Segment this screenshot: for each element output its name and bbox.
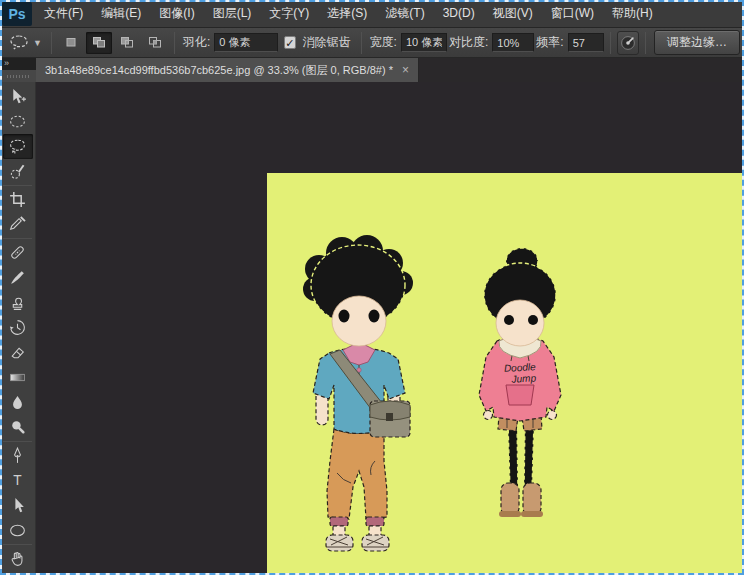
menu-item[interactable]: 窗口(W): [542, 0, 603, 27]
photoshop-window: Ps 文件(F)编辑(E)图像(I)图层(L)文字(Y)选择(S)滤镜(T)3D…: [0, 0, 744, 575]
crop-icon: [8, 190, 27, 209]
toolbar-collapse-button[interactable]: »: [0, 58, 36, 70]
tool-blur[interactable]: [3, 390, 33, 415]
tool-group-separator: [3, 544, 32, 545]
width-label: 宽度:: [370, 34, 397, 51]
tool-path-selection[interactable]: [3, 493, 33, 518]
document-tab-bar: » 3b1a48e89ce14cd99ffbd536b7cb625e.jpg @…: [0, 58, 744, 82]
dodge-icon: [8, 418, 27, 437]
menu-item[interactable]: 图层(L): [204, 0, 261, 27]
workspace: T: [0, 82, 744, 575]
toolbar-header: »: [0, 58, 36, 82]
history-brush-icon: [8, 318, 27, 337]
photoshop-logo: Ps: [2, 2, 32, 26]
separator: [51, 32, 52, 54]
new-selection-icon: [63, 35, 79, 50]
add-to-selection-icon: [91, 35, 107, 50]
separator: [361, 32, 362, 54]
spot-healing-icon: [8, 243, 27, 262]
close-icon[interactable]: ×: [402, 65, 409, 75]
feather-label: 羽化:: [183, 34, 210, 51]
ellipse-shape-icon: [8, 521, 27, 540]
pen-pressure-button[interactable]: [617, 31, 639, 55]
menu-item[interactable]: 编辑(E): [92, 0, 150, 27]
move-icon: [8, 87, 27, 106]
brush-icon: [8, 268, 27, 287]
tool-options-bar: ▼ 羽化: ✓ 消除锯齿 宽度: 对比度: 频率: 调整边缘…: [0, 28, 744, 58]
intersect-selection-button[interactable]: [142, 32, 168, 54]
add-to-selection-button[interactable]: [86, 32, 112, 54]
menu-item[interactable]: 帮助(H): [603, 0, 662, 27]
pen-icon: [8, 446, 27, 465]
tool-clone-stamp[interactable]: [3, 290, 33, 315]
tool-zoom[interactable]: [3, 571, 33, 575]
tool-pen[interactable]: [3, 443, 33, 468]
hand-icon: [8, 549, 27, 568]
menu-items: 文件(F)编辑(E)图像(I)图层(L)文字(Y)选择(S)滤镜(T)3D(D)…: [35, 0, 662, 27]
menu-item[interactable]: 滤镜(T): [376, 0, 433, 27]
tool-ellipse-shape[interactable]: [3, 518, 33, 543]
menu-item[interactable]: 图像(I): [150, 0, 203, 27]
eyedropper-icon: [8, 215, 27, 234]
type-icon: T: [8, 471, 27, 490]
menu-item[interactable]: 文字(Y): [260, 0, 318, 27]
svg-text:T: T: [13, 473, 22, 488]
tab-bar-filler: [419, 58, 744, 82]
hoodie-text-line2: Jump: [510, 372, 536, 384]
tool-spot-healing[interactable]: [3, 240, 33, 265]
tool-brush[interactable]: [3, 265, 33, 290]
anti-alias-checkbox[interactable]: ✓: [284, 36, 295, 49]
document-tab[interactable]: 3b1a48e89ce14cd99ffbd536b7cb625e.jpg @ 3…: [36, 58, 419, 82]
tablet-pressure-icon: [619, 34, 637, 52]
menu-bar: Ps 文件(F)编辑(E)图像(I)图层(L)文字(Y)选择(S)滤镜(T)3D…: [0, 0, 744, 28]
tool-elliptical-marquee[interactable]: [3, 109, 33, 134]
clone-stamp-icon: [8, 293, 27, 312]
intersect-selection-icon: [147, 35, 163, 50]
subtract-from-selection-button[interactable]: [114, 32, 140, 54]
tool-magnetic-lasso[interactable]: [3, 134, 33, 159]
contrast-label: 对比度:: [449, 34, 488, 51]
contrast-input[interactable]: [492, 33, 534, 52]
chevron-down-icon: ▼: [33, 38, 42, 48]
menu-item[interactable]: 选择(S): [318, 0, 376, 27]
tool-preset-picker[interactable]: ▼: [4, 31, 45, 55]
tool-type[interactable]: T: [3, 468, 33, 493]
elliptical-marquee-icon: [8, 112, 27, 131]
eraser-icon: [8, 343, 27, 362]
blur-icon: [8, 393, 27, 412]
selection-mode-group: [58, 32, 168, 54]
menu-item[interactable]: 视图(V): [484, 0, 542, 27]
magnetic-lasso-icon: [8, 137, 27, 156]
subtract-from-selection-icon: [119, 35, 135, 50]
separator: [610, 32, 611, 54]
tool-eraser[interactable]: [3, 340, 33, 365]
document-tab-title: 3b1a48e89ce14cd99ffbd536b7cb625e.jpg @ 3…: [45, 63, 393, 78]
tool-group-separator: [3, 441, 32, 442]
tool-history-brush[interactable]: [3, 315, 33, 340]
frequency-label: 频率:: [536, 34, 563, 51]
tool-dodge[interactable]: [3, 415, 33, 440]
menu-item[interactable]: 文件(F): [35, 0, 92, 27]
toolbar-grip[interactable]: [0, 70, 36, 82]
gradient-icon: [8, 368, 27, 387]
tool-quick-selection[interactable]: [3, 159, 33, 184]
canvas-area: Doodle Jump: [36, 82, 744, 575]
width-input[interactable]: [401, 33, 447, 52]
new-selection-button[interactable]: [58, 32, 84, 54]
frequency-input[interactable]: [568, 33, 604, 52]
feather-input[interactable]: [214, 33, 278, 52]
tool-gradient[interactable]: [3, 365, 33, 390]
document-image[interactable]: Doodle Jump: [267, 173, 744, 575]
tool-group-separator: [3, 185, 32, 186]
tool-crop[interactable]: [3, 187, 33, 212]
path-selection-icon: [8, 496, 27, 515]
tool-hand[interactable]: [3, 546, 33, 571]
menu-item[interactable]: 3D(D): [434, 0, 484, 27]
tool-move[interactable]: [3, 84, 33, 109]
tool-eyedropper[interactable]: [3, 212, 33, 237]
quick-selection-icon: [8, 162, 27, 181]
tools-panel: T: [0, 82, 36, 575]
refine-edge-button[interactable]: 调整边缘…: [654, 30, 740, 55]
separator: [174, 32, 175, 54]
separator: [645, 32, 646, 54]
